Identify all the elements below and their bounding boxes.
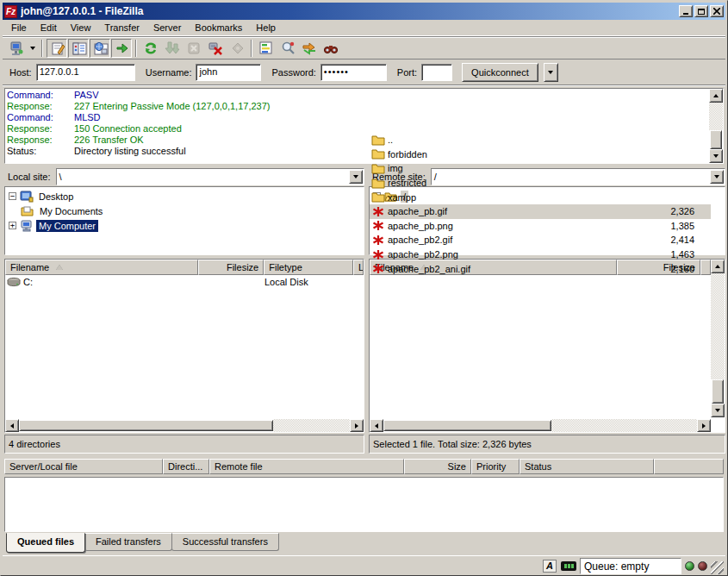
- log-vertical-scrollbar[interactable]: [709, 89, 723, 163]
- filezilla-app-icon[interactable]: Fz: [4, 5, 17, 18]
- scroll-thumb[interactable]: [383, 420, 551, 431]
- filter-button[interactable]: [256, 39, 277, 58]
- menu-bookmarks[interactable]: Bookmarks: [188, 21, 249, 34]
- column-priority[interactable]: Priority: [471, 459, 520, 474]
- tree-item-my-computer[interactable]: + My Computer: [7, 218, 364, 233]
- toggle-message-log-button[interactable]: [47, 39, 67, 58]
- file-row[interactable]: ..: [370, 133, 711, 147]
- password-label: Password:: [271, 67, 315, 78]
- scroll-up-button[interactable]: [709, 89, 723, 103]
- column-filetype[interactable]: Filetype: [264, 260, 353, 275]
- column-spacer: [654, 459, 724, 474]
- dropdown-arrow-icon: [714, 175, 719, 178]
- scroll-right-button[interactable]: [697, 419, 711, 432]
- menu-file[interactable]: File: [4, 21, 34, 34]
- resize-grip[interactable]: [711, 561, 724, 574]
- column-filename[interactable]: Filename: [5, 260, 198, 275]
- transfer-mode-ascii-icon[interactable]: A: [542, 559, 557, 573]
- local-site-dropdown[interactable]: [349, 170, 363, 184]
- menu-help[interactable]: Help: [249, 21, 283, 34]
- file-row[interactable]: apache_pb2.gif 2,414: [370, 233, 711, 247]
- site-manager-dropdown[interactable]: [28, 39, 38, 58]
- scroll-thumb[interactable]: [710, 130, 722, 149]
- scroll-thumb[interactable]: [19, 420, 273, 431]
- scroll-track[interactable]: [711, 273, 725, 379]
- remote-site-dropdown[interactable]: [710, 170, 724, 184]
- file-row[interactable]: apache_pb2_ani.gif 2,160: [370, 261, 711, 275]
- scroll-left-button[interactable]: [370, 419, 383, 432]
- scroll-track[interactable]: [273, 419, 350, 432]
- quickconnect-dropdown[interactable]: [544, 63, 558, 82]
- scroll-right-button[interactable]: [350, 419, 364, 432]
- scroll-track[interactable]: [709, 103, 723, 130]
- column-direction[interactable]: Directi...: [163, 459, 209, 474]
- host-input[interactable]: 127.0.0.1: [36, 64, 135, 81]
- expand-icon[interactable]: +: [9, 222, 16, 229]
- toggle-remote-tree-button[interactable]: [90, 39, 110, 58]
- scroll-thumb[interactable]: [712, 379, 724, 404]
- disconnect-button[interactable]: [205, 39, 226, 58]
- column-size[interactable]: Size: [404, 459, 471, 474]
- scroll-up-button[interactable]: [711, 260, 725, 273]
- process-queue-button[interactable]: [162, 39, 183, 58]
- speed-limit-icon[interactable]: [561, 559, 576, 573]
- tree-item-desktop[interactable]: − Desktop: [7, 189, 364, 203]
- password-input[interactable]: ••••••: [320, 64, 387, 81]
- file-row[interactable]: restricted: [370, 176, 711, 191]
- title-bar[interactable]: Fz john@127.0.0.1 - FileZilla: [3, 3, 725, 20]
- minimize-button[interactable]: [679, 5, 693, 17]
- find-files-button[interactable]: [320, 39, 341, 58]
- column-server-local-file[interactable]: Server/Local file: [4, 459, 163, 474]
- file-row[interactable]: apache_pb2.png 1,463: [370, 247, 711, 262]
- tab-queued-files[interactable]: Queued files: [6, 533, 85, 553]
- site-manager-button[interactable]: [6, 39, 27, 58]
- queue-list[interactable]: [4, 477, 724, 532]
- cancel-button[interactable]: [184, 39, 204, 58]
- directory-comparison-button[interactable]: [277, 39, 298, 58]
- remote-vertical-scrollbar[interactable]: [711, 260, 725, 417]
- local-horizontal-scrollbar[interactable]: [5, 419, 364, 432]
- refresh-button[interactable]: [140, 39, 161, 58]
- file-row-c-drive[interactable]: C: Local Disk: [5, 275, 364, 290]
- menu-edit[interactable]: Edit: [34, 21, 64, 34]
- tree-item-my-documents[interactable]: My Documents: [7, 203, 364, 218]
- file-row-selected[interactable]: apache_pb.gif 2,326: [370, 204, 711, 219]
- column-remote-file[interactable]: Remote file: [209, 459, 404, 474]
- remote-horizontal-scrollbar[interactable]: [370, 419, 711, 432]
- quickconnect-button[interactable]: Quickconnect: [462, 63, 538, 82]
- toggle-transfer-queue-button[interactable]: [111, 39, 132, 58]
- scroll-down-button[interactable]: [709, 149, 723, 163]
- menu-transfer[interactable]: Transfer: [97, 21, 146, 34]
- maximize-button[interactable]: [694, 5, 708, 17]
- tab-failed-transfers[interactable]: Failed transfers: [84, 533, 172, 551]
- username-input[interactable]: john: [196, 64, 261, 81]
- tree-item-label: Desktop: [36, 191, 76, 203]
- file-row[interactable]: xampp: [370, 190, 711, 204]
- file-row[interactable]: forbidden: [370, 147, 711, 162]
- local-site-label: Local site:: [4, 172, 56, 182]
- menu-view[interactable]: View: [64, 21, 98, 34]
- file-row[interactable]: img: [370, 161, 711, 176]
- scroll-down-button[interactable]: [711, 404, 725, 417]
- collapse-icon[interactable]: −: [9, 192, 16, 200]
- local-site-combo[interactable]: \: [56, 168, 364, 185]
- tab-successful-transfers[interactable]: Successful transfers: [171, 533, 279, 551]
- column-filesize[interactable]: Filesize: [198, 260, 264, 275]
- port-input[interactable]: [421, 64, 452, 81]
- local-directory-tree[interactable]: − Desktop My Documents + My Computer: [4, 186, 364, 255]
- column-last-modified[interactable]: L: [353, 260, 364, 275]
- remote-list-body[interactable]: .. forbidden img: [370, 133, 711, 275]
- scroll-left-button[interactable]: [5, 419, 19, 432]
- synchronized-browsing-button[interactable]: [299, 39, 320, 58]
- close-button[interactable]: [710, 5, 724, 17]
- reconnect-button[interactable]: [227, 39, 247, 58]
- file-row[interactable]: apache_pb.png 1,385: [370, 219, 711, 234]
- column-status[interactable]: Status: [520, 459, 654, 474]
- file-size: 2,160: [616, 264, 700, 274]
- file-name: img: [388, 163, 616, 173]
- synchronized-browsing-icon: [302, 41, 317, 56]
- scroll-track[interactable]: [551, 419, 697, 432]
- toggle-local-tree-button[interactable]: [68, 39, 89, 58]
- menu-server[interactable]: Server: [146, 21, 188, 34]
- local-list-body[interactable]: C: Local Disk: [5, 275, 364, 419]
